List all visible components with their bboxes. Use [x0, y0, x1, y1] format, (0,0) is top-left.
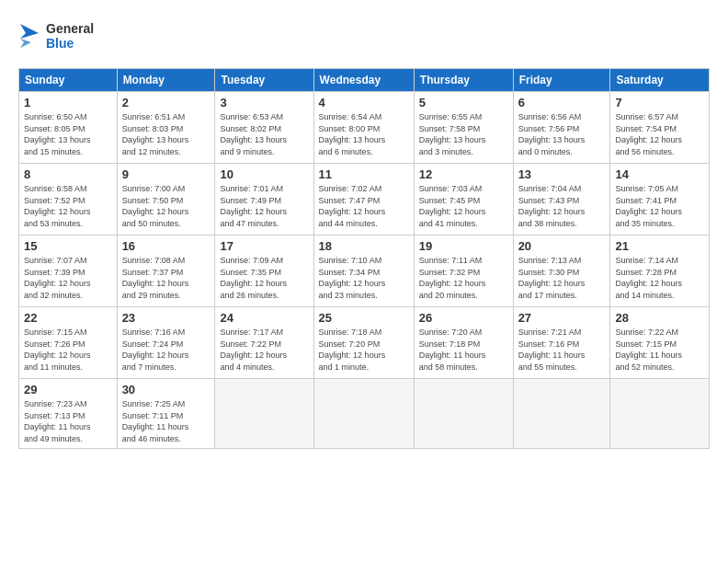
calendar-cell: 23Sunrise: 7:16 AM Sunset: 7:24 PM Dayli…	[117, 307, 215, 379]
calendar-cell: 17Sunrise: 7:09 AM Sunset: 7:35 PM Dayli…	[215, 236, 313, 307]
day-number: 17	[220, 239, 308, 253]
day-info: Sunrise: 7:01 AM Sunset: 7:49 PM Dayligh…	[220, 183, 308, 229]
svg-text:General: General	[46, 21, 94, 36]
calendar-cell: 11Sunrise: 7:02 AM Sunset: 7:47 PM Dayli…	[313, 164, 414, 236]
svg-marker-3	[20, 39, 31, 48]
day-number: 12	[419, 167, 508, 181]
day-info: Sunrise: 6:54 AM Sunset: 8:00 PM Dayligh…	[319, 111, 409, 157]
day-number: 1	[24, 96, 112, 109]
svg-marker-2	[20, 24, 39, 39]
calendar-cell: 5Sunrise: 6:55 AM Sunset: 7:58 PM Daylig…	[414, 92, 513, 164]
calendar-cell: 29Sunrise: 7:23 AM Sunset: 7:13 PM Dayli…	[19, 379, 118, 449]
day-number: 24	[220, 311, 308, 325]
calendar-cell: 2Sunrise: 6:51 AM Sunset: 8:03 PM Daylig…	[117, 92, 215, 164]
calendar-cell: 19Sunrise: 7:11 AM Sunset: 7:32 PM Dayli…	[414, 236, 513, 307]
day-info: Sunrise: 7:08 AM Sunset: 7:37 PM Dayligh…	[122, 255, 210, 301]
logo-text: General Blue	[18, 17, 119, 59]
weekday-header-row: SundayMondayTuesdayWednesdayThursdayFrid…	[19, 69, 710, 92]
calendar-cell	[313, 379, 414, 449]
day-number: 11	[319, 167, 409, 181]
calendar-cell: 13Sunrise: 7:04 AM Sunset: 7:43 PM Dayli…	[513, 164, 610, 236]
calendar-cell: 28Sunrise: 7:22 AM Sunset: 7:15 PM Dayli…	[610, 307, 710, 379]
calendar-cell	[414, 379, 513, 449]
day-info: Sunrise: 7:09 AM Sunset: 7:35 PM Dayligh…	[220, 255, 308, 301]
calendar-cell: 15Sunrise: 7:07 AM Sunset: 7:39 PM Dayli…	[19, 236, 118, 307]
day-info: Sunrise: 7:03 AM Sunset: 7:45 PM Dayligh…	[419, 183, 508, 229]
day-number: 19	[419, 239, 508, 253]
day-number: 26	[419, 311, 508, 325]
calendar-cell: 14Sunrise: 7:05 AM Sunset: 7:41 PM Dayli…	[610, 164, 710, 236]
weekday-header-tuesday: Tuesday	[215, 69, 313, 92]
day-number: 5	[419, 96, 508, 109]
day-info: Sunrise: 7:14 AM Sunset: 7:28 PM Dayligh…	[615, 255, 704, 301]
day-info: Sunrise: 7:20 AM Sunset: 7:18 PM Dayligh…	[419, 327, 508, 373]
day-number: 9	[122, 167, 210, 181]
day-number: 4	[319, 96, 409, 109]
day-info: Sunrise: 6:55 AM Sunset: 7:58 PM Dayligh…	[419, 111, 508, 157]
day-number: 16	[122, 239, 210, 253]
calendar-cell: 1Sunrise: 6:50 AM Sunset: 8:05 PM Daylig…	[19, 92, 118, 164]
day-number: 21	[615, 239, 704, 253]
page: General Blue SundayMondayTuesdayWednesda…	[0, 0, 728, 563]
weekday-header-saturday: Saturday	[610, 69, 710, 92]
day-info: Sunrise: 7:04 AM Sunset: 7:43 PM Dayligh…	[518, 183, 606, 229]
day-info: Sunrise: 7:21 AM Sunset: 7:16 PM Dayligh…	[518, 327, 606, 373]
day-info: Sunrise: 7:07 AM Sunset: 7:39 PM Dayligh…	[24, 255, 112, 301]
calendar-cell: 21Sunrise: 7:14 AM Sunset: 7:28 PM Dayli…	[610, 236, 710, 307]
calendar-cell: 22Sunrise: 7:15 AM Sunset: 7:26 PM Dayli…	[19, 307, 118, 379]
day-number: 10	[220, 167, 308, 181]
header: General Blue	[18, 17, 710, 59]
calendar-cell: 9Sunrise: 7:00 AM Sunset: 7:50 PM Daylig…	[117, 164, 215, 236]
calendar-cell: 26Sunrise: 7:20 AM Sunset: 7:18 PM Dayli…	[414, 307, 513, 379]
day-number: 20	[518, 239, 606, 253]
day-info: Sunrise: 7:00 AM Sunset: 7:50 PM Dayligh…	[122, 183, 210, 229]
calendar-cell: 16Sunrise: 7:08 AM Sunset: 7:37 PM Dayli…	[117, 236, 215, 307]
day-number: 29	[24, 383, 112, 396]
calendar-cell: 12Sunrise: 7:03 AM Sunset: 7:45 PM Dayli…	[414, 164, 513, 236]
week-row-3: 15Sunrise: 7:07 AM Sunset: 7:39 PM Dayli…	[19, 236, 710, 307]
calendar-cell: 7Sunrise: 6:57 AM Sunset: 7:54 PM Daylig…	[610, 92, 710, 164]
calendar-cell: 4Sunrise: 6:54 AM Sunset: 8:00 PM Daylig…	[313, 92, 414, 164]
calendar-cell	[513, 379, 610, 449]
calendar-cell	[610, 379, 710, 449]
day-info: Sunrise: 6:50 AM Sunset: 8:05 PM Dayligh…	[24, 111, 112, 157]
calendar-cell: 27Sunrise: 7:21 AM Sunset: 7:16 PM Dayli…	[513, 307, 610, 379]
day-info: Sunrise: 7:11 AM Sunset: 7:32 PM Dayligh…	[419, 255, 508, 301]
calendar-cell: 18Sunrise: 7:10 AM Sunset: 7:34 PM Dayli…	[313, 236, 414, 307]
weekday-header-thursday: Thursday	[414, 69, 513, 92]
day-number: 15	[24, 239, 112, 253]
day-info: Sunrise: 7:05 AM Sunset: 7:41 PM Dayligh…	[615, 183, 704, 229]
day-info: Sunrise: 6:53 AM Sunset: 8:02 PM Dayligh…	[220, 111, 308, 157]
day-info: Sunrise: 7:25 AM Sunset: 7:11 PM Dayligh…	[122, 398, 210, 444]
logo: General Blue	[18, 17, 119, 59]
calendar-cell: 25Sunrise: 7:18 AM Sunset: 7:20 PM Dayli…	[313, 307, 414, 379]
day-info: Sunrise: 6:51 AM Sunset: 8:03 PM Dayligh…	[122, 111, 210, 157]
weekday-header-friday: Friday	[513, 69, 610, 92]
day-number: 13	[518, 167, 606, 181]
day-number: 2	[122, 96, 210, 109]
day-number: 14	[615, 167, 704, 181]
calendar-cell: 20Sunrise: 7:13 AM Sunset: 7:30 PM Dayli…	[513, 236, 610, 307]
day-number: 22	[24, 311, 112, 325]
day-number: 8	[24, 167, 112, 181]
weekday-header-sunday: Sunday	[19, 69, 118, 92]
calendar-cell: 6Sunrise: 6:56 AM Sunset: 7:56 PM Daylig…	[513, 92, 610, 164]
day-number: 30	[122, 383, 210, 396]
week-row-5: 29Sunrise: 7:23 AM Sunset: 7:13 PM Dayli…	[19, 379, 710, 449]
calendar-cell: 30Sunrise: 7:25 AM Sunset: 7:11 PM Dayli…	[117, 379, 215, 449]
calendar-cell: 24Sunrise: 7:17 AM Sunset: 7:22 PM Dayli…	[215, 307, 313, 379]
day-info: Sunrise: 7:10 AM Sunset: 7:34 PM Dayligh…	[319, 255, 409, 301]
day-number: 28	[615, 311, 704, 325]
weekday-header-monday: Monday	[117, 69, 215, 92]
day-number: 23	[122, 311, 210, 325]
day-info: Sunrise: 7:13 AM Sunset: 7:30 PM Dayligh…	[518, 255, 606, 301]
day-info: Sunrise: 7:17 AM Sunset: 7:22 PM Dayligh…	[220, 327, 308, 373]
day-number: 3	[220, 96, 308, 109]
calendar-cell	[215, 379, 313, 449]
day-info: Sunrise: 7:18 AM Sunset: 7:20 PM Dayligh…	[319, 327, 409, 373]
calendar-cell: 10Sunrise: 7:01 AM Sunset: 7:49 PM Dayli…	[215, 164, 313, 236]
day-info: Sunrise: 7:15 AM Sunset: 7:26 PM Dayligh…	[24, 327, 112, 373]
week-row-2: 8Sunrise: 6:58 AM Sunset: 7:52 PM Daylig…	[19, 164, 710, 236]
day-info: Sunrise: 7:23 AM Sunset: 7:13 PM Dayligh…	[24, 398, 112, 444]
day-number: 25	[319, 311, 409, 325]
